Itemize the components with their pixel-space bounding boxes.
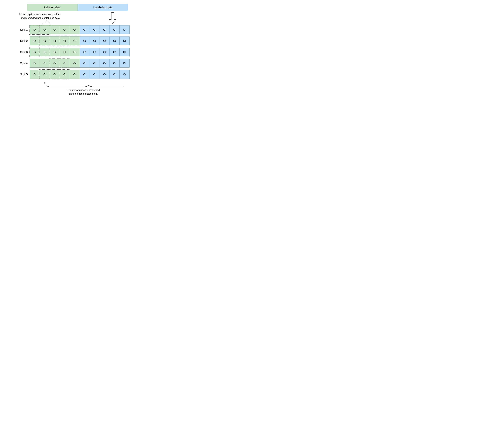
cell-1-8: C8 [110,25,120,34]
cell-3-4: C4 [70,48,80,56]
cell-5-7: C7 [99,70,110,79]
split-label-5: Split 5 [18,73,30,76]
cell-4-0: C0 [30,59,40,67]
labeled-data-label: Labeled data [44,6,61,9]
split-row-3: Split 3C0C1C2C3C4C5C6C7C8C9 [18,48,137,56]
split-row-5: Split 5C0C1C2C3C4C5C6C7C8C9 [18,70,137,79]
split-row-4: Split 4C0C1C2C3C4C5C6C7C8C9 [18,59,137,67]
split-label-2: Split 2 [18,39,30,42]
splits-area: Split 1C0C1C2C3C4C5C6C7C8C9Split 2C0C1C2… [18,25,137,79]
unlabeled-data-box: Unlabeled data [78,4,128,11]
cell-3-0: C0 [30,48,40,56]
cell-3-3: C3 [60,48,70,56]
split-cells-4: C0C1C2C3C4C5C6C7C8C9 [30,59,137,67]
cell-2-4: C4 [70,36,80,45]
bottom-text: The performance is evaluated on the hidd… [67,88,100,96]
cell-4-6: C6 [90,59,100,67]
cell-5-0: C0 [30,70,40,79]
cell-5-2: C2 [50,70,60,79]
cell-2-6: C6 [90,36,100,45]
cell-1-5: C5 [80,25,90,34]
cell-1-7: C7 [99,25,110,34]
cell-3-2: C2 [50,48,60,56]
cell-4-3: C3 [60,59,70,67]
cell-5-8: C8 [110,70,120,79]
cell-3-5: C5 [80,48,90,56]
cell-2-2: C2 [50,36,60,45]
svg-marker-2 [109,12,116,23]
cell-5-3: C3 [60,70,70,79]
cell-1-2: C2 [50,25,60,34]
cell-2-3: C3 [60,36,70,45]
cell-1-6: C6 [90,25,100,34]
split-row-1: Split 1C0C1C2C3C4C5C6C7C8C9 [18,25,137,34]
cell-4-4: C4 [70,59,80,67]
cell-3-7: C7 [99,48,110,56]
split-row-2: Split 2C0C1C2C3C4C5C6C7C8C9 [18,36,137,45]
split-label-1: Split 1 [18,28,30,31]
brace-area: The performance is evaluated on the hidd… [18,81,137,96]
cell-4-9: C9 [119,59,129,67]
cell-4-2: C2 [50,59,60,67]
annotation-lines [39,20,54,25]
split-label-4: Split 4 [18,62,30,65]
cell-2-9: C9 [119,36,129,45]
cell-5-5: C5 [80,70,90,79]
cell-5-9: C9 [119,70,129,79]
cell-4-1: C1 [40,59,50,67]
split-cells-3: C0C1C2C3C4C5C6C7C8C9 [30,48,137,56]
split-cells-1: C0C1C2C3C4C5C6C7C8C9 [30,25,137,34]
cell-3-6: C6 [90,48,100,56]
cell-3-9: C9 [119,48,129,56]
cell-5-6: C6 [90,70,100,79]
cell-1-1: C1 [40,25,50,34]
brace-svg [43,81,124,87]
split-cells-2: C0C1C2C3C4C5C6C7C8C9 [30,36,137,45]
split-cells-5: C0C1C2C3C4C5C6C7C8C9 [30,70,137,79]
down-arrow [109,12,116,24]
unlabeled-data-label: Unlabeled data [93,6,112,9]
cell-5-1: C1 [40,70,50,79]
cell-2-5: C5 [80,36,90,45]
cell-1-3: C3 [60,25,70,34]
split-label-3: Split 3 [18,50,30,54]
cell-4-7: C7 [99,59,110,67]
cell-2-0: C0 [30,36,40,45]
cell-1-9: C9 [119,25,129,34]
cell-2-1: C1 [40,36,50,45]
top-bar: Labeled data Unlabeled data [27,4,128,11]
cell-1-4: C4 [70,25,80,34]
cell-2-7: C7 [99,36,110,45]
cell-4-8: C8 [110,59,120,67]
cell-4-5: C5 [80,59,90,67]
cell-3-8: C8 [110,48,120,56]
cell-1-0: C0 [30,25,40,34]
cell-2-8: C8 [110,36,120,45]
svg-line-0 [41,20,47,25]
cell-5-4: C4 [70,70,80,79]
cell-3-1: C1 [40,48,50,56]
labeled-data-box: Labeled data [27,4,78,11]
annotation-text: In each split, some classes are hiddenan… [18,12,62,20]
svg-line-1 [47,20,52,25]
